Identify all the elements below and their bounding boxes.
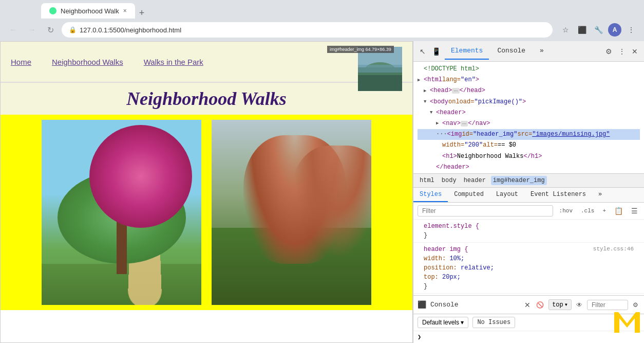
default-levels-btn[interactable]: Default levels ▾ <box>418 317 468 328</box>
more-tabs-button[interactable]: » <box>534 43 550 60</box>
pseudo-filter-btn[interactable]: :hov <box>557 207 575 215</box>
body-bracket: > <box>522 97 526 107</box>
breadcrumb-body[interactable]: body <box>440 176 459 185</box>
breadcrumb-img[interactable]: img#header_img <box>491 176 547 185</box>
header-img-close-brace: } <box>424 283 427 290</box>
console-filter-input[interactable] <box>587 300 628 310</box>
close-tab-button[interactable]: × <box>123 7 127 14</box>
site-nav: Home Neighborhood Walks Walks in the Par… <box>11 58 203 66</box>
elements-tab[interactable]: Elements <box>445 43 489 60</box>
cast-button[interactable]: ⬛ <box>575 23 589 37</box>
console-sidebar-btn[interactable]: ⬛ <box>418 300 426 309</box>
devtools-more-button[interactable]: ⋮ <box>616 45 628 58</box>
console-panel: ⬛ Console ✕ 🚫 top ▾ 👁 ⚙ Default levels ▾… <box>413 295 644 343</box>
console-level-dropdown[interactable]: top ▾ <box>548 299 572 310</box>
devtools-settings-button[interactable]: ⚙ <box>603 45 614 58</box>
header-img-width-line[interactable]: width: 10%; <box>418 254 640 263</box>
browser-chrome: Neighborhood Walk × + ← → ↻ 🔒 127.0.0.1:… <box>0 0 644 41</box>
body-attr-onload: onload= <box>448 97 474 107</box>
console-level-label: top <box>552 301 563 309</box>
console-tab-header[interactable]: Console <box>491 43 532 60</box>
header-close-tag: </header> <box>436 163 469 172</box>
html-tag: <html <box>424 75 442 85</box>
devtools-close-button[interactable]: ✕ <box>630 45 640 58</box>
styles-tab-layout[interactable]: Layout <box>490 188 524 202</box>
body-open: <body <box>430 97 448 107</box>
dom-nav[interactable]: ▶ <nav> ··· </nav> <box>418 118 640 129</box>
styles-panel: Styles Computed Layout Event Listeners »… <box>413 188 644 295</box>
head-expand[interactable]: ··· <box>452 88 459 94</box>
dom-header[interactable]: ▼ <header> <box>418 107 640 118</box>
dom-img-attrs[interactable]: width="200" alt= == $0 <box>418 140 640 151</box>
html-attr-lang-val: "en" <box>461 75 476 85</box>
html-tag-close-bracket: > <box>476 75 479 85</box>
dom-h1[interactable]: <h1>Neighborhood Walks</h1> <box>418 151 640 162</box>
header-img-width-prop: width: <box>424 255 446 262</box>
breadcrumb-html[interactable]: html <box>418 176 437 185</box>
styles-tab-event-listeners[interactable]: Event Listeners <box>524 188 592 202</box>
styles-filter-row: :hov .cls + 📋 ☰ <box>413 203 644 220</box>
url-text: 127.0.0.1:5500/neighborhood.html <box>80 26 181 34</box>
img-label: img#header_img 64.79×86.39 <box>327 46 394 53</box>
html-attr-lang: lang= <box>442 75 461 85</box>
nav-neighborhood-walks[interactable]: Neighborhood Walks <box>52 58 123 66</box>
header-open: <header> <box>436 108 466 118</box>
styles-tab-computed[interactable]: Computed <box>448 188 490 202</box>
nav-walks-in-park[interactable]: Walks in the Park <box>144 58 203 66</box>
dom-img-selected[interactable]: ··· <img id="header_img" src="images/mun… <box>418 129 640 140</box>
dom-header-close[interactable]: </header> <box>418 162 640 173</box>
forward-button[interactable]: → <box>25 23 39 37</box>
h1-content: Neighborhood Walks <box>457 152 524 161</box>
flowers-image <box>212 120 371 305</box>
copy-styles-btn[interactable]: 📋 <box>612 205 625 217</box>
header-img-rule: header img { style.css:46 width: 10%; po… <box>413 243 644 294</box>
breadcrumb-header[interactable]: header <box>462 176 488 185</box>
site-h1-text: Neighborhood Walks <box>126 88 287 109</box>
svg-rect-3 <box>358 75 402 91</box>
toggle-styles-btn[interactable]: ☰ <box>629 205 640 217</box>
dom-html[interactable]: ▶ <html lang="en"> <box>418 75 640 85</box>
header-img-selector: header img { <box>424 246 468 253</box>
element-style-selector: element.style { <box>418 222 640 231</box>
dom-head[interactable]: ▶ <head> ··· </head> <box>418 85 640 96</box>
svg-rect-4 <box>358 65 402 73</box>
add-style-btn[interactable]: + <box>600 207 608 215</box>
browser-tab[interactable]: Neighborhood Walk × <box>41 3 135 19</box>
nav-expand[interactable]: ··· <box>461 121 468 127</box>
site-header: Home Neighborhood Walks Walks in the Par… <box>1 42 412 83</box>
element-style-close: } <box>418 231 640 240</box>
head-close: </head> <box>460 86 485 96</box>
header-img-top-line[interactable]: top: 20px; <box>418 273 640 282</box>
reload-button[interactable]: ↻ <box>43 23 58 37</box>
console-close-btn[interactable]: ✕ <box>524 301 531 309</box>
nav-home[interactable]: Home <box>11 58 31 66</box>
header-img-selector-line: header img { style.css:46 <box>418 245 640 254</box>
device-toolbar-button[interactable]: 📱 <box>430 45 443 58</box>
inspect-element-button[interactable]: ↖ <box>418 45 428 58</box>
dom-doctype[interactable]: <!DOCTYPE html> <box>418 64 640 75</box>
back-button[interactable]: ← <box>6 23 21 37</box>
extension-button[interactable]: 🔧 <box>592 23 605 37</box>
address-bar[interactable]: 🔒 127.0.0.1:5500/neighborhood.html <box>62 22 553 38</box>
tab-bar: Neighborhood Walk × + <box>0 0 644 19</box>
triangle-html: ▶ <box>418 77 424 84</box>
photo-cell-2 <box>212 120 371 305</box>
bookmark-button[interactable]: ☆ <box>559 23 572 37</box>
img-src-attr: src= <box>517 130 532 139</box>
styles-tab-styles[interactable]: Styles <box>413 188 448 202</box>
console-settings-btn[interactable]: ⚙ <box>631 300 640 310</box>
dom-body[interactable]: ▼ <body onload="pickImage()"> <box>418 97 640 107</box>
menu-button[interactable]: ⋮ <box>624 23 638 37</box>
new-tab-button[interactable]: + <box>135 8 149 19</box>
cls-filter-btn[interactable]: .cls <box>579 207 596 215</box>
profile-button[interactable]: A <box>608 23 621 37</box>
console-label: Console <box>430 301 520 309</box>
console-eye-btn[interactable]: 👁 <box>575 300 584 310</box>
styles-filter-input[interactable] <box>418 205 553 216</box>
element-style-rule: element.style { } <box>413 220 644 243</box>
styles-tab-more[interactable]: » <box>592 188 608 202</box>
doctype-text: <!DOCTYPE html> <box>424 64 479 74</box>
header-img-position-line[interactable]: position: relative; <box>418 263 640 273</box>
no-issues-badge: No Issues <box>472 317 515 328</box>
console-clear-btn[interactable]: 🚫 <box>535 300 545 310</box>
